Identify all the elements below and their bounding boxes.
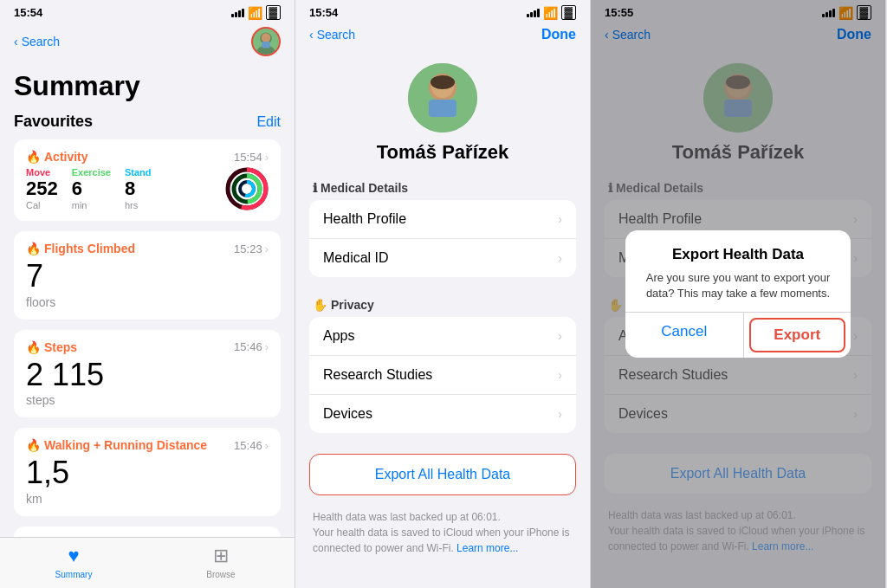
modal-cancel-button[interactable]: Cancel — [625, 313, 744, 358]
activity-metrics-row: Move 252 Cal Exercise 6 min Stand 8 hrs — [26, 167, 269, 210]
time-1: 15:54 — [14, 6, 42, 19]
stand-unit: hrs — [125, 200, 152, 210]
signal-icon-2 — [527, 9, 540, 17]
medical-id-row[interactable]: Medical ID › — [309, 239, 576, 277]
running-unit: km — [26, 492, 269, 506]
favourites-header: Favourites Edit — [14, 113, 281, 131]
back-chevron-icon: ‹ — [14, 35, 18, 48]
activity-card[interactable]: 🔥 Activity 15:54 › Move 252 Cal Exerci — [14, 139, 281, 221]
avatar-icon — [253, 29, 279, 55]
tab-summary-label: Summary — [55, 570, 93, 579]
back-button-2[interactable]: ‹ Search — [309, 28, 355, 42]
status-bar-2: 15:54 📶 ▓ — [295, 0, 590, 23]
footer-text-2: Health data was last backed up at 06:01.… — [313, 511, 569, 554]
steps-time: 15:46 — [234, 340, 262, 353]
avatar-image-2 — [408, 63, 477, 132]
flights-time: 15:23 — [234, 242, 262, 255]
edit-button[interactable]: Edit — [256, 114, 281, 130]
exercise-metric: Exercise 6 min — [72, 167, 111, 210]
devices-label-2: Devices — [323, 406, 372, 422]
scroll-area-2[interactable]: Tomáš Pařízek ℹ Medical Details Health P… — [295, 49, 590, 588]
learn-more-2[interactable]: Learn more... — [456, 542, 518, 554]
research-chevron-2: › — [558, 368, 562, 382]
move-label: Move — [26, 167, 58, 178]
modal-export-button[interactable]: Export — [749, 318, 846, 352]
profile-avatar-2 — [408, 63, 477, 132]
tab-browse-label: Browse — [206, 570, 235, 579]
signal-icon — [231, 9, 244, 17]
back-label-1: Search — [22, 35, 60, 48]
tab-summary[interactable]: ♥ Summary — [0, 545, 147, 579]
nav-avatar-btn[interactable] — [251, 27, 281, 56]
tab-browse[interactable]: ⊞ Browse — [147, 545, 295, 579]
phone-export-modal: 15:55 📶 ▓ ‹ Search Done — [591, 0, 886, 588]
health-profile-label: Health Profile — [323, 211, 406, 227]
privacy-section-2: ✋ Privacy Apps › Research Studies › Devi… — [309, 298, 576, 433]
privacy-group-2: Apps › Research Studies › Devices › — [309, 317, 576, 433]
flame-icon-running: 🔥 — [26, 438, 41, 452]
profile-header-2: Tomáš Pařízek — [309, 49, 576, 181]
modal-dialog: Export Health Data Are you sure you want… — [625, 230, 851, 358]
move-metric: Move 252 Cal — [26, 167, 58, 210]
done-button-2[interactable]: Done — [541, 27, 576, 42]
running-time: 15:46 — [234, 439, 262, 452]
wifi-icon-2: 📶 — [543, 6, 558, 20]
back-label-2: Search — [317, 28, 355, 42]
apps-row-2[interactable]: Apps › — [309, 317, 576, 356]
svg-rect-12 — [429, 100, 456, 117]
flights-value: 7 — [26, 259, 269, 294]
steps-title: 🔥 Steps — [26, 340, 77, 354]
flame-icon-flights: 🔥 — [26, 242, 41, 255]
running-value: 1,5 — [26, 456, 269, 490]
battery-icon: ▓ — [266, 5, 281, 20]
modal-actions: Cancel Export — [625, 312, 851, 358]
apps-label-2: Apps — [323, 328, 354, 344]
flights-header: 🔥 Flights Climbed 15:23 › — [26, 242, 269, 255]
flame-icon-steps: 🔥 — [26, 340, 41, 354]
steps-chevron: › — [265, 340, 269, 353]
devices-row-2[interactable]: Devices › — [309, 395, 576, 433]
research-row-2[interactable]: Research Studies › — [309, 356, 576, 395]
privacy-header-2: ✋ Privacy — [309, 298, 576, 317]
privacy-icon-2: ✋ — [313, 298, 327, 312]
export-section-2[interactable]: Export All Health Data — [309, 454, 576, 495]
health-profile-row[interactable]: Health Profile › — [309, 200, 576, 239]
back-button-1[interactable]: ‹ Search — [14, 35, 60, 48]
stand-value: 8 — [125, 178, 152, 200]
stand-label: Stand — [125, 167, 152, 178]
running-title: 🔥 Walking + Running Distance — [26, 438, 207, 452]
time-2: 15:54 — [309, 6, 338, 19]
activity-card-header: 🔥 Activity 15:54 › — [26, 150, 269, 164]
export-btn-2[interactable]: Export All Health Data — [310, 455, 575, 494]
svg-point-14 — [431, 75, 455, 89]
flights-chevron: › — [265, 242, 269, 255]
flights-card[interactable]: 🔥 Flights Climbed 15:23 › 7 floors — [14, 231, 281, 320]
page-title: Summary — [14, 70, 281, 102]
flame-icon-activity: 🔥 — [26, 150, 41, 164]
running-card[interactable]: 🔥 Walking + Running Distance 15:46 › 1,5… — [14, 428, 281, 516]
medical-header-2: ℹ Medical Details — [309, 181, 576, 200]
stand-metric: Stand 8 hrs — [125, 167, 152, 210]
scroll-area-1[interactable]: Summary Favourites Edit 🔥 Activity 15:54… — [0, 63, 295, 537]
browse-icon: ⊞ — [213, 545, 229, 567]
move-unit: Cal — [26, 200, 58, 210]
flights-unit: floors — [26, 295, 269, 309]
workouts-card[interactable]: 🔥 Workouts 27 Mar › 42 min — [14, 527, 281, 537]
phone-profile: 15:54 📶 ▓ ‹ Search Done — [295, 0, 591, 588]
svg-point-2 — [262, 33, 271, 42]
activity-title: 🔥 Activity — [26, 150, 88, 164]
research-label-2: Research Studies — [323, 367, 432, 383]
modal-content: Export Health Data Are you sure you want… — [625, 230, 851, 312]
activity-time: 15:54 — [234, 151, 262, 164]
exercise-value: 6 — [72, 178, 111, 200]
favourites-label: Favourites — [14, 113, 93, 131]
running-header: 🔥 Walking + Running Distance 15:46 › — [26, 438, 269, 452]
activity-chevron: › — [265, 151, 269, 164]
exercise-label: Exercise — [72, 167, 111, 178]
medical-icon-2: ℹ — [313, 181, 317, 195]
nav-bar-1: ‹ Search — [0, 23, 295, 63]
steps-card[interactable]: 🔥 Steps 15:46 › 2 115 steps — [14, 330, 281, 418]
medical-label-2: Medical Details — [320, 181, 408, 195]
activity-metrics: Move 252 Cal Exercise 6 min Stand 8 hrs — [26, 167, 152, 210]
move-value: 252 — [26, 178, 58, 200]
